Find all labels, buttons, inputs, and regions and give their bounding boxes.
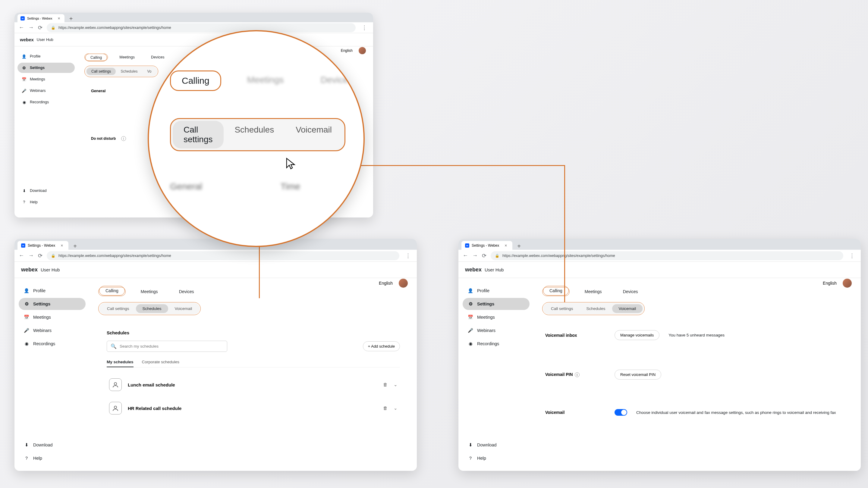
back-button[interactable]: ←	[19, 24, 24, 31]
browser-tab[interactable]: ∞ Settings - Webex ×	[18, 241, 68, 250]
avatar[interactable]	[358, 46, 367, 55]
language-selector[interactable]: English	[823, 281, 837, 286]
schedtab-corporate[interactable]: Corporate schedules	[142, 357, 180, 367]
schedule-item[interactable]: Lunch email schedule 🗑 ⌄	[107, 373, 400, 396]
zoom-subtab-schedules[interactable]: Schedules	[224, 121, 285, 149]
zoom-subtab-callsettings[interactable]: Call settings	[173, 121, 224, 149]
subtab-voicemail[interactable]: Voicemail	[612, 304, 643, 313]
tab-close-icon[interactable]: ×	[61, 243, 63, 248]
download-icon: ⬇	[467, 442, 473, 448]
subtab-voicemail[interactable]: Voicemail	[168, 304, 199, 313]
new-tab-button[interactable]: +	[515, 243, 523, 250]
url-field[interactable]: 🔒 https://example.webex.com/webappng/sit…	[491, 251, 843, 260]
svg-point-1	[114, 406, 117, 409]
schedule-actions: 🗑 ⌄	[383, 405, 398, 411]
tab-devices[interactable]: Devices	[173, 287, 200, 296]
url-field[interactable]: 🔒 https://example.webex.com/webappng/sit…	[47, 251, 399, 260]
new-tab-button[interactable]: +	[71, 243, 79, 250]
avatar[interactable]	[398, 278, 408, 288]
sidebar-label: Meetings	[30, 77, 45, 82]
tab-meetings[interactable]: Meetings	[135, 287, 164, 296]
subtab-callsettings[interactable]: Call settings	[87, 68, 116, 75]
language-selector[interactable]: English	[379, 281, 393, 286]
tab-close-icon[interactable]: ×	[58, 16, 60, 21]
sidebar-item-profile[interactable]: 👤Profile	[19, 285, 86, 297]
sidebar-item-help[interactable]: ?Help	[18, 197, 75, 207]
tab-close-icon[interactable]: ×	[504, 243, 507, 248]
delete-icon[interactable]: 🗑	[383, 382, 388, 387]
info-icon[interactable]: i	[121, 136, 126, 141]
main-content: English Calling Meetings Devices Call se…	[90, 278, 417, 471]
browser-menu-icon[interactable]: ⋮	[404, 253, 412, 259]
sidebar-item-help[interactable]: ?Help	[463, 452, 530, 464]
back-button[interactable]: ←	[463, 253, 468, 259]
forward-button[interactable]: →	[28, 24, 34, 31]
subtab-callsettings[interactable]: Call settings	[100, 304, 136, 313]
reload-button[interactable]: ⟳	[38, 253, 42, 259]
new-tab-button[interactable]: +	[67, 15, 75, 22]
gear-icon: ⚙	[21, 65, 27, 71]
sidebar-item-help[interactable]: ?Help	[19, 452, 86, 464]
browser-tab[interactable]: ∞ Settings - Webex ×	[18, 14, 64, 22]
sidebar-item-recordings[interactable]: ◉Recordings	[18, 97, 75, 107]
sidebar-item-webinars[interactable]: 🎤Webinars	[18, 86, 75, 96]
tab-devices[interactable]: Devices	[617, 287, 644, 296]
sidebar-item-meetings[interactable]: 📅Meetings	[18, 74, 75, 84]
voicemail-pin-row: Voicemail PINi Reset voicemail PIN	[545, 364, 849, 388]
chevron-down-icon[interactable]: ⌄	[394, 405, 398, 411]
sidebar-item-settings[interactable]: ⚙Settings	[19, 298, 86, 310]
info-icon[interactable]: i	[575, 372, 580, 377]
download-icon: ⬇	[24, 442, 30, 448]
add-schedule-button[interactable]: + Add schedule	[363, 341, 400, 351]
chevron-down-icon[interactable]: ⌄	[394, 382, 398, 387]
sidebar-item-meetings[interactable]: 📅Meetings	[19, 311, 86, 323]
lock-icon: 🔒	[495, 254, 499, 258]
reload-button[interactable]: ⟳	[38, 24, 42, 31]
subtab-schedules[interactable]: Schedules	[580, 304, 612, 313]
tab-meetings[interactable]: Meetings	[115, 54, 140, 61]
sidebar-item-meetings[interactable]: 📅Meetings	[463, 311, 530, 323]
subtab-callsettings[interactable]: Call settings	[544, 304, 580, 313]
avatar[interactable]	[842, 278, 852, 288]
url-field[interactable]: 🔒 https://example.webex.com/webappng/sit…	[47, 23, 355, 32]
browser-menu-icon[interactable]: ⋮	[360, 24, 369, 31]
forward-button[interactable]: →	[28, 253, 34, 259]
sidebar-item-settings[interactable]: ⚙Settings	[463, 298, 530, 310]
delete-icon[interactable]: 🗑	[383, 405, 388, 411]
tab-calling[interactable]: Calling	[85, 54, 107, 61]
reset-pin-button[interactable]: Reset voicemail PIN	[615, 369, 661, 380]
subtab-schedules[interactable]: Schedules	[136, 304, 168, 313]
sidebar-item-profile[interactable]: 👤Profile	[18, 51, 75, 61]
zoom-tab-calling[interactable]: Calling	[170, 70, 221, 91]
sidebar-item-download[interactable]: ⬇Download	[19, 439, 86, 451]
vm-label: Voicemail	[545, 410, 606, 415]
sidebar-item-profile[interactable]: 👤Profile	[463, 285, 530, 297]
schedtab-my[interactable]: My schedules	[107, 357, 133, 367]
schedule-search[interactable]: 🔍	[107, 341, 227, 352]
sidebar-item-recordings[interactable]: ◉Recordings	[19, 338, 86, 350]
browser-tab[interactable]: ∞ Settings - Webex ×	[461, 241, 513, 250]
sidebar-item-download[interactable]: ⬇Download	[18, 186, 75, 196]
language-selector[interactable]: English	[341, 48, 352, 53]
reload-button[interactable]: ⟳	[482, 253, 487, 259]
sidebar-item-recordings[interactable]: ◉Recordings	[463, 338, 530, 350]
sidebar-item-download[interactable]: ⬇Download	[463, 439, 530, 451]
browser-tab-bar: ∞ Settings - Webex × +	[14, 13, 373, 22]
search-input[interactable]	[120, 344, 223, 349]
zoom-subtab-voicemail[interactable]: Voicemail	[285, 121, 343, 149]
subtab-voicemail[interactable]: Vo	[142, 68, 156, 75]
manage-voicemails-button[interactable]: Manage voicemails	[615, 330, 659, 340]
tab-devices[interactable]: Devices	[146, 54, 169, 61]
calendar-icon: 📅	[21, 76, 27, 82]
tab-calling[interactable]: Calling	[99, 286, 125, 295]
subtab-schedules[interactable]: Schedules	[116, 68, 142, 75]
voicemail-toggle[interactable]	[615, 409, 627, 416]
sidebar-item-settings[interactable]: ⚙Settings	[18, 63, 75, 73]
forward-button[interactable]: →	[472, 253, 478, 259]
browser-menu-icon[interactable]: ⋮	[847, 253, 857, 259]
tab-meetings[interactable]: Meetings	[579, 287, 608, 296]
sidebar-item-webinars[interactable]: 🎤Webinars	[463, 324, 530, 336]
sidebar-item-webinars[interactable]: 🎤Webinars	[19, 324, 86, 336]
schedule-item[interactable]: HR Related call schedule 🗑 ⌄	[107, 396, 400, 420]
back-button[interactable]: ←	[19, 253, 24, 259]
